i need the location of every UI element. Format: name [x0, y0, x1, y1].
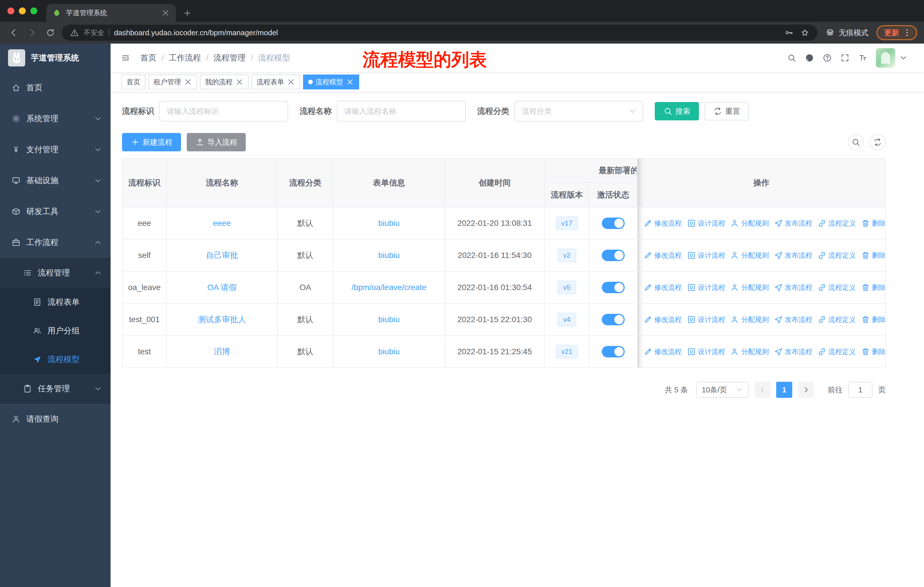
sidebar-item-infrastructure[interactable]: 基础设施 [0, 165, 111, 196]
design-process-link[interactable]: 设计流程 [687, 219, 725, 228]
assign-rule-link[interactable]: 分配规则 [730, 347, 769, 356]
bookmark-star-icon[interactable] [800, 28, 809, 37]
delete-process-link[interactable]: 删除 [861, 315, 886, 324]
new-tab-button[interactable] [183, 8, 192, 18]
form-info-link[interactable]: biubiu [378, 347, 400, 356]
page-size-select[interactable]: 10条/页 [696, 382, 749, 398]
tag-process-form[interactable]: 流程表单 [251, 74, 300, 89]
breadcrumb-process-management[interactable]: 流程管理 [214, 53, 246, 63]
active-toggle[interactable] [602, 250, 625, 261]
process-category-select[interactable]: 流程分类 [515, 101, 643, 122]
prev-page-button[interactable] [754, 382, 771, 398]
refresh-table-button[interactable] [870, 134, 886, 150]
design-process-link[interactable]: 设计流程 [687, 251, 725, 260]
form-info-link[interactable]: biubiu [378, 315, 400, 324]
browser-update-button[interactable]: 更新 [876, 25, 917, 40]
edit-process-link[interactable]: 修改流程 [643, 347, 682, 356]
tag-process-model[interactable]: 流程模型 [303, 74, 359, 89]
publish-process-link[interactable]: 发布流程 [774, 347, 812, 356]
browser-tab[interactable]: 芋道管理系统 [46, 4, 176, 22]
sidebar-item-leave-query[interactable]: 请假查询 [0, 403, 111, 435]
active-toggle[interactable] [602, 282, 625, 293]
sidebar-item-process-model[interactable]: 流程模型 [0, 345, 111, 374]
publish-process-link[interactable]: 发布流程 [774, 219, 812, 228]
delete-process-link[interactable]: 删除 [861, 251, 886, 260]
process-name-link[interactable]: 自己审批 [206, 250, 238, 261]
edit-process-link[interactable]: 修改流程 [643, 251, 682, 260]
reset-button[interactable]: 重置 [705, 102, 749, 121]
edit-process-link[interactable]: 修改流程 [643, 283, 682, 292]
create-process-button[interactable]: 新建流程 [122, 133, 181, 151]
avatar[interactable] [876, 48, 895, 68]
active-toggle[interactable] [602, 314, 625, 325]
process-definition-link[interactable]: 流程定义 [817, 251, 856, 260]
sidebar-item-workflow[interactable]: 工作流程 [0, 227, 111, 258]
active-toggle[interactable] [602, 218, 625, 229]
close-icon[interactable] [184, 78, 192, 86]
form-info-link[interactable]: biubiu [378, 219, 400, 228]
sidebar-item-process-form[interactable]: 流程表单 [0, 288, 111, 316]
sidebar-item-home[interactable]: 首页 [0, 72, 111, 103]
delete-process-link[interactable]: 删除 [861, 219, 886, 228]
process-id-input[interactable] [159, 101, 288, 122]
sidebar-item-task-management[interactable]: 任务管理 [0, 374, 111, 403]
form-info-link[interactable]: /bpm/oa/leave/create [351, 283, 426, 292]
delete-process-link[interactable]: 删除 [861, 283, 886, 292]
tab-close-button[interactable] [161, 8, 170, 18]
next-page-button[interactable] [798, 382, 814, 398]
address-bar[interactable]: 不安全 dashboard.yudao.iocoder.cn/bpm/manag… [62, 25, 817, 41]
search-icon[interactable] [787, 53, 796, 63]
delete-process-link[interactable]: 删除 [861, 347, 886, 356]
tag-my-process[interactable]: 我的流程 [200, 74, 249, 89]
publish-process-link[interactable]: 发布流程 [774, 251, 812, 260]
close-icon[interactable] [287, 78, 295, 86]
sidebar-item-user-group[interactable]: 用户分组 [0, 316, 111, 345]
import-process-button[interactable]: 导入流程 [187, 133, 246, 151]
sidebar-logo-row[interactable]: 芋道管理系统 [0, 43, 111, 72]
edit-process-link[interactable]: 修改流程 [643, 315, 682, 324]
close-icon[interactable] [346, 78, 354, 86]
browser-menu-icon[interactable] [903, 28, 912, 37]
active-toggle[interactable] [602, 346, 625, 357]
fullscreen-icon[interactable] [840, 53, 850, 63]
publish-process-link[interactable]: 发布流程 [774, 283, 812, 292]
publish-process-link[interactable]: 发布流程 [774, 315, 812, 324]
sidebar-item-payment[interactable]: 支付管理 [0, 134, 111, 165]
process-name-link[interactable]: eeee [213, 219, 231, 228]
user-menu[interactable] [876, 48, 908, 68]
process-definition-link[interactable]: 流程定义 [817, 347, 856, 356]
font-size-icon[interactable] [858, 53, 867, 63]
edit-process-link[interactable]: 修改流程 [643, 219, 682, 228]
help-icon[interactable] [823, 53, 832, 63]
sidebar-toggle-button[interactable] [119, 51, 132, 65]
goto-page-input[interactable] [848, 382, 873, 398]
assign-rule-link[interactable]: 分配规则 [730, 283, 769, 292]
process-definition-link[interactable]: 流程定义 [817, 283, 856, 292]
show-search-button[interactable] [848, 134, 864, 150]
process-definition-link[interactable]: 流程定义 [817, 219, 856, 228]
process-definition-link[interactable]: 流程定义 [817, 315, 856, 324]
sidebar-item-system[interactable]: 系统管理 [0, 103, 111, 134]
assign-rule-link[interactable]: 分配规则 [730, 251, 769, 260]
process-name-input[interactable] [337, 101, 466, 122]
github-icon[interactable] [805, 53, 814, 63]
assign-rule-link[interactable]: 分配规则 [730, 315, 769, 324]
page-number-current[interactable]: 1 [776, 382, 792, 398]
close-icon[interactable] [236, 78, 243, 86]
close-window-button[interactable] [7, 7, 14, 14]
process-name-link[interactable]: OA 请假 [207, 282, 237, 293]
sidebar-item-process-management[interactable]: 流程管理 [0, 258, 111, 288]
security-warning-icon[interactable] [70, 28, 79, 37]
process-name-link[interactable]: 滔博 [214, 346, 230, 357]
design-process-link[interactable]: 设计流程 [687, 283, 725, 292]
assign-rule-link[interactable]: 分配规则 [730, 219, 769, 228]
minimize-window-button[interactable] [19, 7, 26, 14]
breadcrumb-workflow[interactable]: 工作流程 [169, 53, 201, 63]
zoom-window-button[interactable] [30, 7, 37, 14]
search-button[interactable]: 搜索 [655, 102, 699, 121]
back-button[interactable] [7, 26, 21, 40]
breadcrumb-home[interactable]: 首页 [140, 53, 157, 63]
design-process-link[interactable]: 设计流程 [687, 347, 725, 356]
process-name-link[interactable]: 测试多审批人 [198, 314, 246, 325]
password-key-icon[interactable] [784, 28, 794, 37]
